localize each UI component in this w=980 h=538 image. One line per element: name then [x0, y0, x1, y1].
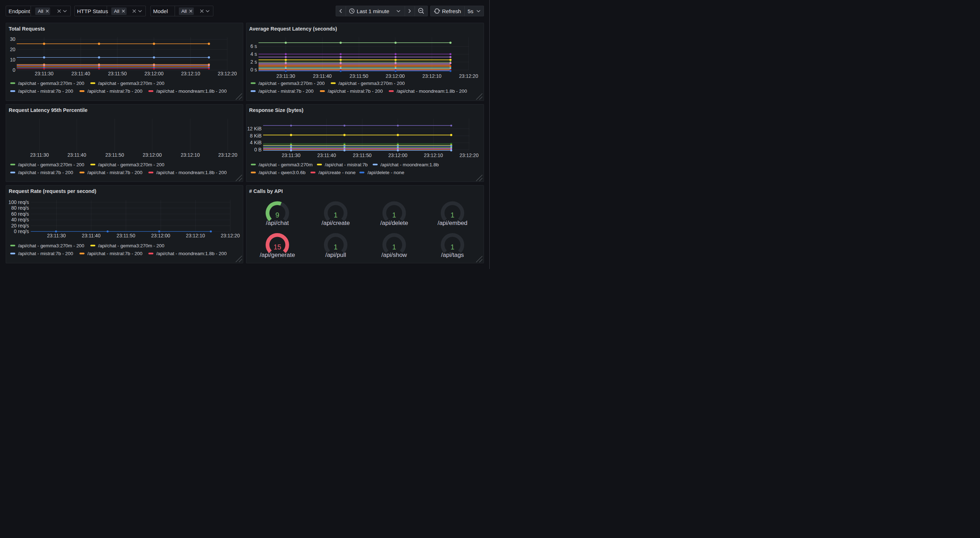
svg-text:/api/chat - gemma3:270m - 200: /api/chat - gemma3:270m - 200 — [98, 81, 164, 86]
svg-text:/api/chat - mistral:7b - 200: /api/chat - mistral:7b - 200 — [87, 89, 142, 94]
svg-text:/api/chat - gemma3:270m - 200: /api/chat - gemma3:270m - 200 — [98, 162, 164, 167]
svg-text:23:11:30: 23:11:30 — [276, 73, 295, 79]
svg-text:9: 9 — [275, 211, 280, 219]
svg-text:/api/chat - gemma3:270m - 200: /api/chat - gemma3:270m - 200 — [18, 81, 84, 86]
svg-text:6 s: 6 s — [250, 44, 257, 49]
svg-text:/api/chat - gemma3:270m - 200: /api/chat - gemma3:270m - 200 — [259, 81, 325, 86]
svg-text:23:11:40: 23:11:40 — [81, 233, 100, 238]
svg-text:23:11:40: 23:11:40 — [71, 71, 90, 76]
svg-text:Total Requests: Total Requests — [8, 26, 45, 32]
svg-text:/api/chat - gemma3:270m - 200: /api/chat - gemma3:270m - 200 — [18, 162, 84, 167]
svg-text:/api/chat - gemma3:270m - 200: /api/chat - gemma3:270m - 200 — [339, 81, 405, 86]
svg-text:12 KiB: 12 KiB — [247, 126, 262, 131]
svg-text:23:11:50: 23:11:50 — [108, 71, 127, 76]
svg-text:/api/show: /api/show — [382, 251, 407, 258]
svg-text:1: 1 — [450, 211, 455, 219]
svg-text:0 s: 0 s — [250, 67, 257, 73]
svg-text:80 req/s: 80 req/s — [11, 205, 29, 210]
svg-text:/api/chat - moondream:1.8b: /api/chat - moondream:1.8b — [380, 162, 439, 167]
svg-text:1: 1 — [334, 243, 338, 251]
svg-text:/api/chat - mistral:7b - 200: /api/chat - mistral:7b - 200 — [259, 89, 313, 94]
svg-text:/api/chat - moondream:1.8b - 2: /api/chat - moondream:1.8b - 200 — [396, 89, 467, 94]
svg-text:/api/chat - moondream:1.8b - 2: /api/chat - moondream:1.8b - 200 — [156, 251, 226, 256]
svg-text:/api/chat - moondream:1.8b - 2: /api/chat - moondream:1.8b - 200 — [156, 170, 226, 175]
svg-text:1: 1 — [392, 211, 396, 219]
svg-text:23:12:20: 23:12:20 — [459, 73, 478, 79]
svg-text:/api/delete: /api/delete — [380, 220, 408, 226]
svg-text:23:12:00: 23:12:00 — [144, 71, 164, 76]
svg-text:/api/delete - none: /api/delete - none — [368, 170, 404, 175]
svg-text:/api/tags: /api/tags — [441, 251, 464, 258]
svg-text:/api/create: /api/create — [321, 220, 350, 226]
svg-text:23:11:40: 23:11:40 — [67, 152, 86, 157]
svg-text:/api/chat - qwen3:0.6b: /api/chat - qwen3:0.6b — [259, 170, 305, 175]
svg-text:Request Rate (requests per sec: Request Rate (requests per second) — [8, 188, 96, 194]
svg-text:4 KiB: 4 KiB — [250, 140, 262, 145]
svg-text:/api/chat - mistral:7b - 200: /api/chat - mistral:7b - 200 — [328, 89, 383, 94]
svg-text:1: 1 — [450, 243, 455, 251]
svg-text:23:11:50: 23:11:50 — [105, 152, 124, 157]
svg-text:0 B: 0 B — [254, 147, 262, 152]
svg-text:/api/chat - mistral:7b: /api/chat - mistral:7b — [325, 162, 368, 167]
svg-text:/api/chat - mistral:7b - 200: /api/chat - mistral:7b - 200 — [18, 170, 73, 175]
svg-text:/api/chat - moondream:1.8b - 2: /api/chat - moondream:1.8b - 200 — [156, 89, 226, 94]
svg-text:10: 10 — [10, 57, 15, 62]
svg-text:23:12:10: 23:12:10 — [181, 152, 200, 157]
svg-text:100 req/s: 100 req/s — [8, 199, 29, 205]
svg-text:20 req/s: 20 req/s — [11, 223, 29, 228]
svg-text:23:12:20: 23:12:20 — [218, 152, 237, 157]
svg-text:23:12:10: 23:12:10 — [186, 233, 205, 238]
svg-text:/api/chat - gemma3:270m: /api/chat - gemma3:270m — [259, 162, 313, 167]
svg-text:/api/chat - mistral:7b - 200: /api/chat - mistral:7b - 200 — [87, 251, 142, 256]
svg-text:/api/chat - mistral:7b - 200: /api/chat - mistral:7b - 200 — [18, 89, 73, 94]
svg-text:60 req/s: 60 req/s — [11, 211, 29, 216]
svg-text:8 KiB: 8 KiB — [250, 133, 262, 138]
svg-text:23:11:50: 23:11:50 — [353, 153, 372, 158]
svg-text:23:12:00: 23:12:00 — [388, 153, 407, 158]
svg-text:23:12:20: 23:12:20 — [218, 71, 237, 76]
svg-text:23:12:00: 23:12:00 — [151, 233, 170, 238]
svg-text:23:11:50: 23:11:50 — [350, 73, 368, 79]
svg-text:23:12:10: 23:12:10 — [422, 73, 442, 79]
svg-text:23:12:20: 23:12:20 — [221, 233, 240, 238]
svg-text:30: 30 — [10, 37, 15, 42]
svg-text:/api/chat - mistral:7b - 200: /api/chat - mistral:7b - 200 — [87, 170, 142, 175]
svg-text:Response Size (bytes): Response Size (bytes) — [249, 107, 304, 113]
svg-text:/api/create - none: /api/create - none — [318, 170, 356, 175]
svg-text:23:12:20: 23:12:20 — [460, 153, 479, 158]
svg-text:1: 1 — [334, 211, 338, 219]
svg-text:23:11:30: 23:11:30 — [282, 153, 301, 158]
svg-text:23:11:50: 23:11:50 — [116, 233, 135, 238]
svg-text:15: 15 — [274, 243, 281, 251]
svg-text:4 s: 4 s — [250, 52, 257, 57]
svg-text:40 req/s: 40 req/s — [11, 217, 29, 222]
svg-text:23:11:40: 23:11:40 — [313, 73, 332, 79]
svg-text:/api/chat - mistral:7b - 200: /api/chat - mistral:7b - 200 — [18, 251, 73, 256]
svg-text:23:11:30: 23:11:30 — [35, 71, 53, 76]
svg-text:Average Request Latency (secon: Average Request Latency (seconds) — [249, 26, 337, 32]
svg-text:23:12:00: 23:12:00 — [143, 152, 162, 157]
svg-text:23:12:10: 23:12:10 — [181, 71, 200, 76]
svg-text:1: 1 — [392, 243, 396, 251]
svg-text:/api/chat - gemma3:270m - 200: /api/chat - gemma3:270m - 200 — [18, 243, 84, 248]
svg-text:# Calls by API: # Calls by API — [249, 188, 283, 194]
svg-text:23:11:30: 23:11:30 — [47, 233, 66, 238]
svg-text:23:12:10: 23:12:10 — [424, 153, 443, 158]
svg-text:/api/generate: /api/generate — [259, 251, 295, 258]
svg-text:/api/chat - gemma3:270m - 200: /api/chat - gemma3:270m - 200 — [98, 243, 164, 248]
svg-text:20: 20 — [10, 47, 15, 52]
svg-text:23:11:30: 23:11:30 — [30, 152, 49, 157]
svg-text:2 s: 2 s — [250, 59, 257, 65]
svg-text:0 req/s: 0 req/s — [14, 229, 29, 234]
svg-text:0: 0 — [13, 68, 15, 73]
svg-text:Request Latency 95th Percentil: Request Latency 95th Percentile — [8, 107, 88, 113]
svg-text:23:11:40: 23:11:40 — [317, 153, 336, 158]
svg-text:/api/embed: /api/embed — [438, 220, 467, 226]
svg-text:/api/chat: /api/chat — [266, 220, 289, 226]
svg-text:23:12:00: 23:12:00 — [386, 73, 405, 79]
svg-text:/api/pull: /api/pull — [325, 251, 346, 258]
